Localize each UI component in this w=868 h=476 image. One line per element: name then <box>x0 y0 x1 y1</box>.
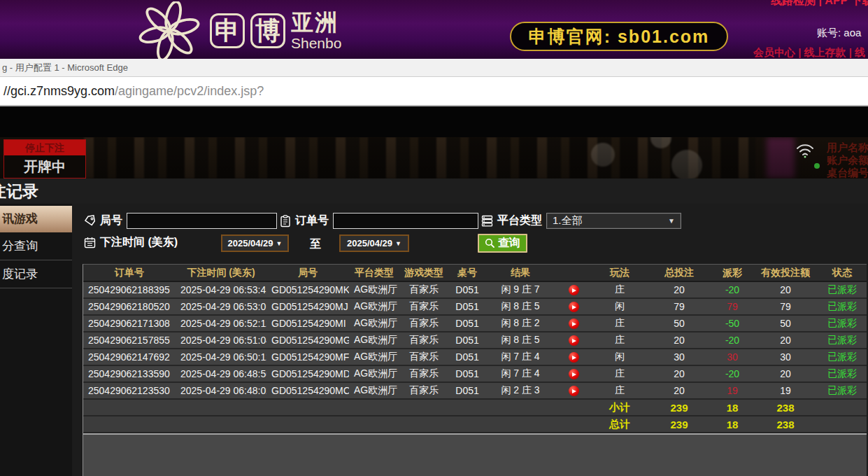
cell-status: 已派彩 <box>818 298 867 315</box>
cell-payout: 19 <box>711 382 753 399</box>
platform-selected-value: 1.全部 <box>553 214 583 227</box>
sidebar-item-quota-records[interactable]: 度记录 <box>0 260 72 288</box>
date-from-value: 2025/04/29 <box>228 238 273 248</box>
window-title: g - 用户配置 1 - Microsoft Edge <box>2 62 128 73</box>
search-button-label: 查询 <box>498 236 520 251</box>
subtotal-total-bet: 239 <box>647 399 711 416</box>
official-site-badge[interactable]: 申博官网: sb01.com <box>510 22 728 51</box>
url-bar[interactable]: //gci.z7nms9yg.com/agingame/pcv2/index.j… <box>0 77 868 106</box>
cell-total_bet: 20 <box>647 382 711 399</box>
records-table-wrap: 订单号下注时间 (美东)局号平台类型游戏类型桌号结果玩法总投注派彩有效投注额状态… <box>83 264 867 476</box>
sidebar-item-points-query[interactable]: 分查询 <box>0 232 72 260</box>
round-input[interactable] <box>127 213 277 229</box>
cell-time: 2025-04-29 06:52:12 <box>176 315 266 332</box>
cell-platform: AG欧洲厅 <box>349 332 399 349</box>
top-links[interactable]: 线路检测 | APP 下载 <box>771 0 868 8</box>
user-name-label: 用户名称 <box>827 141 868 154</box>
subtotal-spacer <box>83 399 592 416</box>
column-header-status: 状态 <box>818 265 867 281</box>
column-header-valid_bet: 有效投注额 <box>753 265 818 281</box>
order-input[interactable] <box>333 213 478 229</box>
play-video-icon[interactable] <box>569 335 579 346</box>
status-stopped-label: 停止下注 <box>4 140 85 155</box>
url-domain: //gci.z7nms9yg.com <box>3 84 115 98</box>
play-video-icon[interactable] <box>569 369 579 379</box>
site-header: 申 博 亚洲 Shenbo 申博官网: sb01.com 线路检测 | APP … <box>0 0 868 59</box>
cell-game: 百家乐 <box>399 382 448 399</box>
cell-result: 闲 7 庄 4 <box>486 349 555 365</box>
table-row: 2504290621235302025-04-29 06:48:02GD0512… <box>83 382 867 399</box>
cell-order_no: 250429062171308 <box>83 315 176 332</box>
column-header-round: 局号 <box>266 265 349 281</box>
total-row: 总计 239 18 238 <box>83 416 867 433</box>
subtotal-valid-bet: 238 <box>753 399 818 416</box>
member-links[interactable]: 会员中心 | 线上存款 | 线 <box>753 46 865 59</box>
cell-payout: 79 <box>711 298 753 315</box>
app-root: { "site_header": { "logo_box1": "申", "lo… <box>0 0 868 476</box>
subtotal-payout: 18 <box>711 399 753 416</box>
calendar-icon <box>84 237 96 248</box>
status-opening-label: 开牌中 <box>4 158 85 176</box>
cell-time: 2025-04-29 06:51:04 <box>176 332 266 349</box>
column-header-play <box>555 265 592 281</box>
cell-valid_bet: 50 <box>753 315 818 332</box>
sidebar-item-games[interactable]: 讯游戏 <box>0 206 83 232</box>
play-video-icon[interactable] <box>569 302 579 312</box>
cell-bet_type: 庄 <box>592 315 647 332</box>
cell-payout: -20 <box>711 332 753 349</box>
cell-valid_bet: 19 <box>753 382 818 399</box>
table-row: 2504290621476922025-04-29 06:50:12GD0512… <box>83 349 867 365</box>
tag-icon <box>84 215 96 227</box>
play-video-icon[interactable] <box>569 386 579 396</box>
cell-play <box>555 349 592 365</box>
magnifier-icon <box>485 238 495 248</box>
total-spacer <box>83 416 592 433</box>
cell-result: 闲 9 庄 7 <box>486 281 555 298</box>
search-button[interactable]: 查询 <box>478 234 527 253</box>
bet-time-label: 下注时间 (美东) <box>100 235 178 250</box>
column-header-platform: 平台类型 <box>349 265 399 281</box>
cell-total_bet: 30 <box>647 349 711 365</box>
cell-status: 已派彩 <box>818 349 867 365</box>
cell-round: GD051254290MF <box>266 349 349 365</box>
cell-status: 已派彩 <box>818 382 867 399</box>
table-row: 2504290621713082025-04-29 06:52:12GD0512… <box>83 315 867 332</box>
cell-bet_type: 庄 <box>592 365 647 382</box>
cell-game: 百家乐 <box>399 365 448 382</box>
records-header-row: 订单号下注时间 (美东)局号平台类型游戏类型桌号结果玩法总投注派彩有效投注额状态 <box>83 265 867 281</box>
banner-info-labels: 用户名称 账户余额 桌台编号 <box>827 141 868 178</box>
play-video-icon[interactable] <box>569 352 579 363</box>
platform-select[interactable]: 1.全部 ▼ <box>546 213 681 229</box>
round-label: 局号 <box>100 214 122 228</box>
content-panel: 局号 订单号 平台类型 1.全部 ▼ <box>72 204 868 476</box>
table-row: 2504290621335902025-04-29 06:48:56GD0512… <box>83 365 867 382</box>
cell-status: 已派彩 <box>818 281 867 298</box>
cell-order_no: 250429062157855 <box>83 332 176 349</box>
cell-game: 百家乐 <box>399 298 448 315</box>
cell-round: GD051254290MI <box>266 315 349 332</box>
cell-bet_type: 闲 <box>592 349 647 365</box>
cell-bet_type: 庄 <box>592 281 647 298</box>
cell-platform: AG欧洲厅 <box>349 365 399 382</box>
cell-round: GD051254290MD <box>266 365 349 382</box>
date-from-picker[interactable]: 2025/04/29 ▼ <box>221 234 289 252</box>
cell-result: 闲 7 庄 4 <box>486 365 555 382</box>
subtotal-row: 小计 239 18 238 <box>83 399 867 416</box>
date-to-picker[interactable]: 2025/04/29 ▼ <box>339 234 409 252</box>
column-header-bet_type: 玩法 <box>592 265 647 281</box>
cell-platform: AG欧洲厅 <box>349 298 399 315</box>
cell-time: 2025-04-29 06:53:41 <box>176 281 266 298</box>
round-filter: 局号 <box>84 213 277 229</box>
logo-subtitle-text: Shenbo <box>291 36 341 50</box>
page-title-band: 注记录 <box>0 178 868 204</box>
cell-play <box>555 382 592 399</box>
cell-platform: AG欧洲厅 <box>349 281 399 298</box>
subtotal-label: 小计 <box>592 399 647 416</box>
cell-order_no: 250429062188395 <box>83 281 176 298</box>
play-video-icon[interactable] <box>569 285 579 295</box>
cell-total_bet: 20 <box>647 281 711 298</box>
cell-payout: -50 <box>711 315 753 332</box>
cell-total_bet: 20 <box>647 365 711 382</box>
table-number-label: 桌台编号 <box>827 167 868 178</box>
play-video-icon[interactable] <box>569 318 579 329</box>
